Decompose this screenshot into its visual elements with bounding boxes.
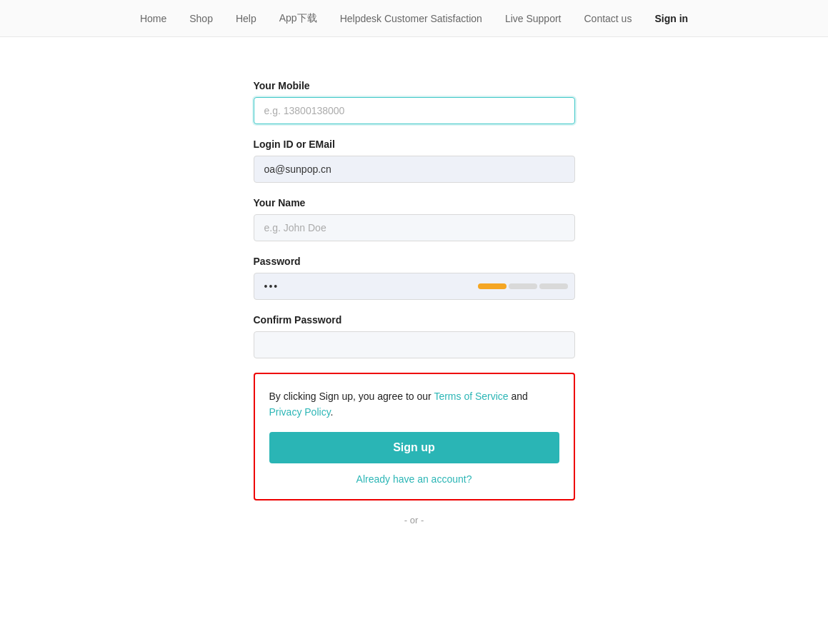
terms-of-service-link[interactable]: Terms of Service [434, 391, 508, 402]
agreement-suffix: . [331, 406, 334, 418]
nav-item-home[interactable]: Home [140, 13, 166, 24]
password-wrapper [254, 273, 575, 300]
strength-segment-1 [478, 283, 507, 289]
nav-item-sign-in[interactable]: Sign in [654, 13, 688, 24]
nav-item-contact-us[interactable]: Contact us [584, 13, 632, 24]
password-strength-bar [478, 283, 568, 289]
confirm-password-field-group: Confirm Password [254, 314, 575, 358]
login-input[interactable] [254, 156, 575, 183]
nav-item-live-support[interactable]: Live Support [505, 13, 562, 24]
nav-item-help[interactable]: Help [236, 13, 256, 24]
main-nav: Home Shop Help App下载 Helpdesk Customer S… [140, 12, 688, 25]
name-label: Your Name [254, 197, 575, 208]
password-field-group: Password [254, 256, 575, 300]
mobile-label: Your Mobile [254, 80, 575, 91]
or-divider: - or - [254, 515, 575, 525]
confirm-password-input[interactable] [254, 331, 575, 358]
login-label: Login ID or EMail [254, 139, 575, 150]
main-content: Your Mobile Login ID or EMail Your Name … [0, 37, 828, 554]
name-input[interactable] [254, 214, 575, 241]
strength-segment-3 [539, 283, 568, 289]
agreement-middle: and [512, 391, 528, 402]
mobile-input[interactable] [254, 97, 575, 124]
name-field-group: Your Name [254, 197, 575, 241]
nav-item-shop[interactable]: Shop [189, 13, 213, 24]
privacy-policy-link[interactable]: Privacy Policy [269, 406, 331, 418]
mobile-field-group: Your Mobile [254, 80, 575, 124]
strength-segment-2 [509, 283, 537, 289]
agreement-text: By clicking Sign up, you agree to our Te… [269, 388, 559, 421]
password-label: Password [254, 256, 575, 267]
nav-item-app-download[interactable]: App下载 [279, 12, 317, 25]
signup-button[interactable]: Sign up [269, 432, 559, 463]
login-field-group: Login ID or EMail [254, 139, 575, 183]
nav-item-helpdesk[interactable]: Helpdesk Customer Satisfaction [340, 13, 482, 24]
agreement-prefix: By clicking Sign up, you agree to our [269, 391, 434, 402]
signup-form: Your Mobile Login ID or EMail Your Name … [254, 80, 575, 525]
or-divider-text: - or - [404, 515, 424, 525]
already-have-account-link[interactable]: Already have an account? [269, 473, 559, 485]
main-header: Home Shop Help App下载 Helpdesk Customer S… [0, 0, 828, 37]
confirm-password-label: Confirm Password [254, 314, 575, 326]
agreement-box: By clicking Sign up, you agree to our Te… [254, 373, 575, 500]
